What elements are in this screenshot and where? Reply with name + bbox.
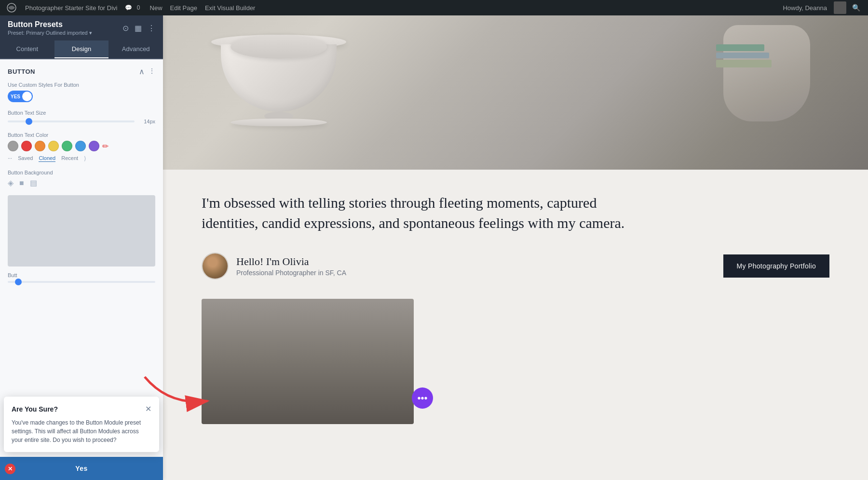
background-label: Button Background [8, 170, 155, 175]
left-panel: Button Presets Preset: Primary Outlined … [0, 15, 163, 480]
color-picker-icon[interactable]: ✏ [102, 142, 108, 151]
toggle-wrap: YES [8, 91, 155, 102]
author-avatar-image [203, 253, 228, 279]
confirm-message: You've made changes to the Button Module… [12, 418, 151, 444]
butt-label: Butt [8, 272, 155, 278]
edit-page-link[interactable]: Edit Page [167, 4, 200, 12]
confirm-close-icon[interactable]: ✕ [145, 404, 151, 413]
color-swatch-yellow[interactable] [48, 141, 59, 151]
howdy-text: Howdy, Deanna [780, 4, 830, 12]
slider-wrap: 14px [8, 119, 155, 124]
main-content: I'm obsessed with telling stories throug… [163, 15, 868, 480]
section-menu-icon[interactable]: ⋮ [149, 67, 155, 76]
author-name: Hello! I'm Olivia [236, 255, 346, 268]
panel-tabs: Content Design Advanced [0, 40, 163, 59]
bottom-slider-track [8, 281, 155, 283]
button-section-header: Button ∧ ⋮ [8, 67, 155, 76]
exit-builder-link[interactable]: Exit Visual Builder [202, 4, 258, 12]
bg-gradient-icon[interactable]: ◈ [8, 178, 14, 187]
slider-thumb[interactable] [26, 118, 32, 125]
text-color-label: Button Text Color [8, 132, 155, 138]
section-title: Button [8, 68, 35, 75]
color-swatch-blue[interactable] [75, 141, 86, 151]
close-x-icon[interactable]: ✕ [5, 464, 15, 474]
comment-count-icon[interactable]: 💬 0 [123, 4, 145, 11]
book-3 [716, 60, 772, 67]
tab-advanced[interactable]: Advanced [108, 40, 163, 58]
background-field: Button Background ◈ ■ ▤ [8, 170, 155, 187]
text-section: I'm obsessed with telling stories throug… [163, 170, 868, 299]
hero-quote: I'm obsessed with telling stories throug… [202, 193, 636, 233]
custom-styles-field: Use Custom Styles For Button YES [8, 82, 155, 102]
toggle-yes-label: YES [11, 94, 20, 99]
site-name[interactable]: Photographer Starter Site for Divi [21, 4, 121, 12]
book-2 [716, 53, 769, 58]
section-collapse-icon[interactable]: ∧ [139, 67, 145, 76]
bowl-opening [231, 35, 327, 59]
author-title: Professional Photographer in SF, CA [236, 269, 346, 277]
hero-image [163, 15, 868, 170]
confirm-title: Are You Sure? [12, 405, 58, 413]
tab-content[interactable]: Content [0, 40, 54, 58]
slider-track [8, 120, 135, 122]
panel-preset-label[interactable]: Preset: Primary Outlined imported ▾ [8, 30, 92, 36]
book-1 [716, 44, 764, 51]
cta-portfolio-button[interactable]: My Photography Portfolio [723, 254, 829, 278]
bg-solid-icon[interactable]: ■ [19, 179, 24, 187]
panel-header: Button Presets Preset: Primary Outlined … [0, 15, 163, 40]
cloth-container [723, 25, 829, 150]
admin-search-icon[interactable]: 🔍 [848, 4, 864, 12]
color-tab-bar: ··· Saved Cloned Recent ⟩ [8, 155, 155, 162]
color-tab-cloned[interactable]: Cloned [39, 155, 55, 162]
cloth-fabric [723, 25, 810, 121]
text-size-label: Button Text Size [8, 110, 155, 116]
color-swatch-purple[interactable] [89, 141, 99, 151]
color-swatch-red[interactable] [21, 141, 32, 151]
custom-styles-label: Use Custom Styles For Button [8, 82, 155, 88]
tab-design[interactable]: Design [54, 40, 109, 58]
text-color-field: Button Text Color ✏ ··· Saved Cloned Rec… [8, 132, 155, 162]
bowl-saucer [231, 119, 327, 126]
bottom-section: ••• [163, 299, 868, 443]
color-swatch-green[interactable] [62, 141, 72, 151]
panel-title: Button Presets [8, 20, 92, 29]
bottom-slider-wrap [8, 281, 155, 283]
bowl-container [211, 35, 346, 126]
color-tab-recent[interactable]: Recent [61, 155, 78, 162]
author-text: Hello! I'm Olivia Professional Photograp… [236, 255, 346, 277]
confirm-header: Are You Sure? ✕ [12, 404, 151, 413]
bg-icons: ◈ ■ ▤ [8, 178, 155, 187]
bottom-toggle-field: Butt [8, 272, 155, 283]
user-avatar[interactable] [834, 1, 846, 14]
author-info: Hello! I'm Olivia Professional Photograp… [202, 253, 346, 280]
wp-logo-icon[interactable] [4, 0, 19, 15]
fab-icon: ••• [417, 393, 427, 404]
color-tab-dots[interactable]: ··· [8, 155, 12, 162]
color-swatches: ✏ [8, 141, 155, 151]
panel-header-icons: ⊙ ▦ ⋮ [122, 24, 155, 33]
toggle-knob [22, 92, 32, 101]
bg-pattern-icon[interactable]: ▤ [30, 178, 37, 187]
more-options-icon[interactable]: ⋮ [148, 24, 155, 33]
slider-value: 14px [138, 119, 155, 124]
bottom-image: ••• [202, 299, 414, 424]
admin-bar: Photographer Starter Site for Divi 💬 0 N… [0, 0, 868, 15]
color-tab-saved[interactable]: Saved [18, 155, 33, 162]
fab-button[interactable]: ••• [412, 387, 433, 409]
text-size-field: Button Text Size 14px [8, 110, 155, 124]
preview-box [8, 195, 155, 267]
color-swatch-orange[interactable] [35, 141, 45, 151]
columns-icon[interactable]: ▦ [135, 24, 142, 33]
yes-button[interactable]: Yes [0, 457, 163, 480]
color-tab-more[interactable]: ⟩ [84, 155, 86, 162]
custom-styles-toggle[interactable]: YES [8, 91, 33, 102]
author-row: Hello! I'm Olivia Professional Photograp… [202, 253, 829, 280]
bowl-body [221, 44, 337, 112]
color-swatch-gray[interactable] [8, 141, 18, 151]
books-stack [716, 44, 772, 67]
settings-icon[interactable]: ⊙ [122, 24, 129, 33]
new-post-link[interactable]: New [147, 4, 165, 12]
confirm-dialog: Are You Sure? ✕ You've made changes to t… [4, 397, 159, 452]
author-avatar [202, 253, 229, 280]
bottom-slider-thumb[interactable] [15, 279, 22, 285]
